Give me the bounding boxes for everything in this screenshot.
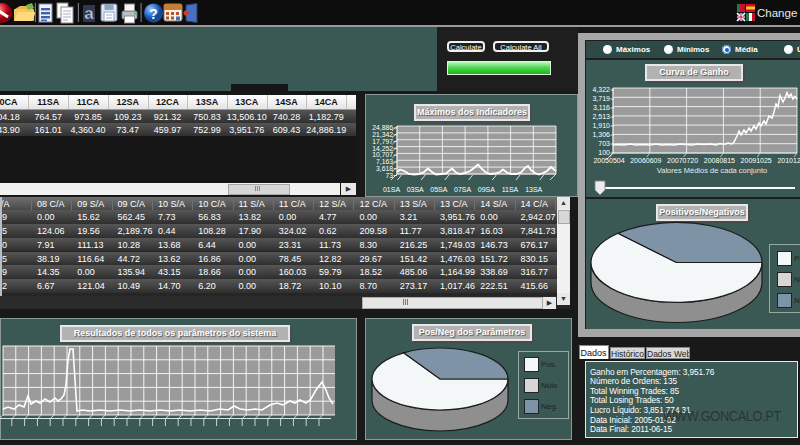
svg-text:03SA: 03SA: [407, 186, 424, 193]
svg-text:20101214: 20101214: [777, 157, 800, 164]
svg-text:20050504: 20050504: [593, 157, 624, 164]
svg-text:Change Lang: Change Lang: [757, 7, 800, 19]
svg-text:a: a: [84, 4, 94, 23]
svg-text:1,910: 1,910: [592, 122, 610, 129]
svg-text:4,322: 4,322: [592, 86, 610, 93]
svg-text:1,306: 1,306: [592, 131, 610, 138]
svg-text:01SA: 01SA: [383, 186, 400, 193]
svg-text:13SA: 13SA: [525, 186, 542, 193]
svg-text:07SA: 07SA: [454, 186, 471, 193]
svg-text:20091025: 20091025: [741, 157, 772, 164]
svg-text:05SA: 05SA: [430, 186, 447, 193]
svg-text:3,719: 3,719: [592, 95, 610, 102]
svg-text:20080815: 20080815: [704, 157, 735, 164]
svg-text:20070720: 20070720: [667, 157, 698, 164]
svg-text:Valores Médios de cada conjunt: Valores Médios de cada conjunto: [657, 166, 767, 175]
svg-text:09SA: 09SA: [478, 186, 495, 193]
svg-text:100: 100: [598, 149, 610, 156]
svg-text:11SA: 11SA: [502, 186, 519, 193]
svg-text:703: 703: [598, 140, 610, 147]
svg-text:73: 73: [385, 172, 393, 179]
svg-text:3,116: 3,116: [593, 104, 610, 111]
svg-text:?: ?: [149, 6, 158, 22]
svg-text:20060609: 20060609: [630, 157, 661, 164]
svg-text:2,513: 2,513: [592, 113, 610, 120]
